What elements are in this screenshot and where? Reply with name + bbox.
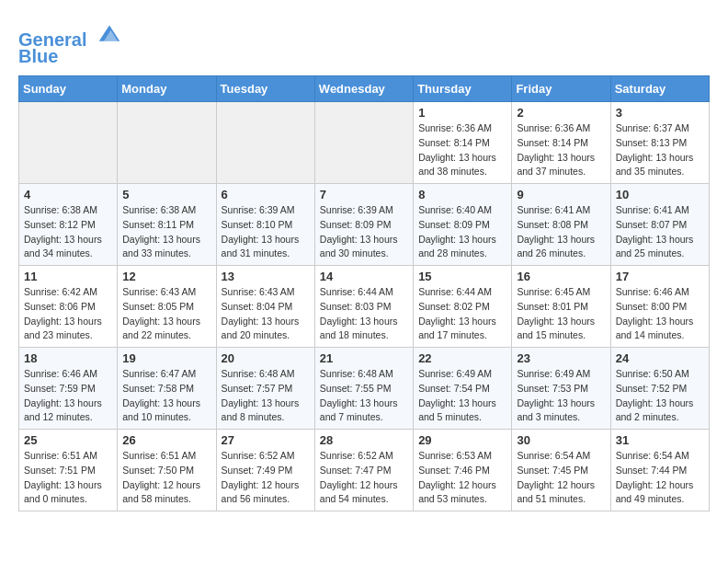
day-info: Sunrise: 6:51 AM Sunset: 7:51 PM Dayligh… (24, 449, 112, 507)
day-info: Sunrise: 6:38 AM Sunset: 8:12 PM Dayligh… (24, 203, 112, 261)
logo: General Blue (18, 18, 123, 66)
day-number: 27 (222, 433, 310, 447)
calendar-cell: 24Sunrise: 6:50 AM Sunset: 7:52 PM Dayli… (610, 348, 709, 430)
day-info: Sunrise: 6:49 AM Sunset: 7:54 PM Dayligh… (418, 367, 506, 425)
calendar-cell: 25Sunrise: 6:51 AM Sunset: 7:51 PM Dayli… (19, 430, 118, 511)
day-number: 5 (122, 188, 210, 201)
calendar-cell: 29Sunrise: 6:53 AM Sunset: 7:46 PM Dayli… (414, 430, 512, 511)
calendar-cell: 8Sunrise: 6:40 AM Sunset: 8:09 PM Daylig… (414, 184, 512, 266)
calendar-cell: 10Sunrise: 6:41 AM Sunset: 8:07 PM Dayli… (610, 184, 709, 266)
header: General Blue (18, 18, 710, 66)
calendar-cell (216, 102, 314, 184)
day-number: 26 (122, 433, 210, 447)
calendar-week-2: 11Sunrise: 6:42 AM Sunset: 8:06 PM Dayli… (19, 266, 710, 348)
calendar-cell: 6Sunrise: 6:39 AM Sunset: 8:10 PM Daylig… (216, 184, 314, 266)
day-number: 24 (616, 351, 704, 365)
day-info: Sunrise: 6:53 AM Sunset: 7:46 PM Dayligh… (418, 449, 506, 507)
day-info: Sunrise: 6:48 AM Sunset: 7:55 PM Dayligh… (320, 367, 408, 425)
day-number: 31 (616, 433, 704, 447)
day-number: 3 (616, 106, 704, 120)
calendar-cell: 14Sunrise: 6:44 AM Sunset: 8:03 PM Dayli… (314, 266, 413, 348)
day-info: Sunrise: 6:46 AM Sunset: 7:59 PM Dayligh… (24, 367, 112, 425)
day-info: Sunrise: 6:44 AM Sunset: 8:03 PM Dayligh… (320, 285, 408, 343)
calendar-cell (118, 102, 216, 184)
calendar-cell: 22Sunrise: 6:49 AM Sunset: 7:54 PM Dayli… (414, 348, 512, 430)
day-info: Sunrise: 6:38 AM Sunset: 8:11 PM Dayligh… (122, 203, 210, 261)
calendar-week-4: 25Sunrise: 6:51 AM Sunset: 7:51 PM Dayli… (19, 430, 710, 511)
calendar-cell: 4Sunrise: 6:38 AM Sunset: 8:12 PM Daylig… (19, 184, 118, 266)
day-number: 14 (320, 270, 408, 283)
calendar-cell: 21Sunrise: 6:48 AM Sunset: 7:55 PM Dayli… (314, 348, 413, 430)
day-number: 2 (517, 106, 605, 120)
day-number: 21 (320, 351, 408, 365)
day-number: 22 (418, 351, 506, 365)
day-info: Sunrise: 6:43 AM Sunset: 8:04 PM Dayligh… (222, 285, 310, 343)
calendar-cell: 28Sunrise: 6:52 AM Sunset: 7:47 PM Dayli… (314, 430, 413, 511)
calendar-cell: 19Sunrise: 6:47 AM Sunset: 7:58 PM Dayli… (118, 348, 216, 430)
calendar-cell (314, 102, 413, 184)
day-number: 4 (24, 188, 112, 201)
day-number: 17 (616, 270, 704, 283)
day-number: 12 (122, 270, 210, 283)
calendar-cell: 18Sunrise: 6:46 AM Sunset: 7:59 PM Dayli… (19, 348, 118, 430)
calendar-cell: 5Sunrise: 6:38 AM Sunset: 8:11 PM Daylig… (118, 184, 216, 266)
day-number: 15 (418, 270, 506, 283)
calendar-cell: 13Sunrise: 6:43 AM Sunset: 8:04 PM Dayli… (216, 266, 314, 348)
day-header-monday: Monday (118, 76, 216, 102)
day-info: Sunrise: 6:39 AM Sunset: 8:09 PM Dayligh… (320, 203, 408, 261)
calendar-cell: 15Sunrise: 6:44 AM Sunset: 8:02 PM Dayli… (414, 266, 512, 348)
day-info: Sunrise: 6:50 AM Sunset: 7:52 PM Dayligh… (616, 367, 704, 425)
day-number: 1 (418, 106, 506, 120)
day-number: 19 (122, 351, 210, 365)
calendar-week-3: 18Sunrise: 6:46 AM Sunset: 7:59 PM Dayli… (19, 348, 710, 430)
day-header-sunday: Sunday (19, 76, 118, 102)
calendar-week-0: 1Sunrise: 6:36 AM Sunset: 8:14 PM Daylig… (19, 102, 710, 184)
calendar-cell: 27Sunrise: 6:52 AM Sunset: 7:49 PM Dayli… (216, 430, 314, 511)
calendar-cell: 1Sunrise: 6:36 AM Sunset: 8:14 PM Daylig… (414, 102, 512, 184)
day-info: Sunrise: 6:37 AM Sunset: 8:13 PM Dayligh… (616, 121, 704, 179)
day-info: Sunrise: 6:44 AM Sunset: 8:02 PM Dayligh… (418, 285, 506, 343)
day-number: 10 (616, 188, 704, 201)
calendar-cell: 12Sunrise: 6:43 AM Sunset: 8:05 PM Dayli… (118, 266, 216, 348)
day-info: Sunrise: 6:52 AM Sunset: 7:47 PM Dayligh… (320, 449, 408, 507)
day-number: 20 (222, 351, 310, 365)
calendar-cell: 31Sunrise: 6:54 AM Sunset: 7:44 PM Dayli… (610, 430, 709, 511)
day-info: Sunrise: 6:54 AM Sunset: 7:44 PM Dayligh… (616, 449, 704, 507)
day-header-wednesday: Wednesday (314, 76, 413, 102)
calendar-cell: 11Sunrise: 6:42 AM Sunset: 8:06 PM Dayli… (19, 266, 118, 348)
calendar-cell: 3Sunrise: 6:37 AM Sunset: 8:13 PM Daylig… (610, 102, 709, 184)
day-info: Sunrise: 6:36 AM Sunset: 8:14 PM Dayligh… (517, 121, 605, 179)
calendar-table: SundayMondayTuesdayWednesdayThursdayFrid… (18, 75, 710, 511)
calendar-cell: 23Sunrise: 6:49 AM Sunset: 7:53 PM Dayli… (512, 348, 610, 430)
day-number: 11 (24, 270, 112, 283)
day-header-saturday: Saturday (610, 76, 709, 102)
calendar-cell: 20Sunrise: 6:48 AM Sunset: 7:57 PM Dayli… (216, 348, 314, 430)
calendar-cell: 9Sunrise: 6:41 AM Sunset: 8:08 PM Daylig… (512, 184, 610, 266)
day-number: 16 (517, 270, 605, 283)
logo-icon (96, 18, 123, 46)
day-info: Sunrise: 6:36 AM Sunset: 8:14 PM Dayligh… (418, 121, 506, 179)
day-info: Sunrise: 6:41 AM Sunset: 8:08 PM Dayligh… (517, 203, 605, 261)
calendar-cell: 2Sunrise: 6:36 AM Sunset: 8:14 PM Daylig… (512, 102, 610, 184)
day-header-thursday: Thursday (414, 76, 512, 102)
day-info: Sunrise: 6:39 AM Sunset: 8:10 PM Dayligh… (222, 203, 310, 261)
day-number: 23 (517, 351, 605, 365)
calendar-week-1: 4Sunrise: 6:38 AM Sunset: 8:12 PM Daylig… (19, 184, 710, 266)
day-number: 28 (320, 433, 408, 447)
day-number: 30 (517, 433, 605, 447)
day-number: 6 (222, 188, 310, 201)
calendar-cell: 17Sunrise: 6:46 AM Sunset: 8:00 PM Dayli… (610, 266, 709, 348)
calendar-cell: 30Sunrise: 6:54 AM Sunset: 7:45 PM Dayli… (512, 430, 610, 511)
day-number: 7 (320, 188, 408, 201)
day-number: 13 (222, 270, 310, 283)
day-info: Sunrise: 6:52 AM Sunset: 7:49 PM Dayligh… (222, 449, 310, 507)
day-info: Sunrise: 6:54 AM Sunset: 7:45 PM Dayligh… (517, 449, 605, 507)
day-info: Sunrise: 6:40 AM Sunset: 8:09 PM Dayligh… (418, 203, 506, 261)
day-number: 8 (418, 188, 506, 201)
calendar-cell: 7Sunrise: 6:39 AM Sunset: 8:09 PM Daylig… (314, 184, 413, 266)
day-number: 25 (24, 433, 112, 447)
day-info: Sunrise: 6:42 AM Sunset: 8:06 PM Dayligh… (24, 285, 112, 343)
day-header-friday: Friday (512, 76, 610, 102)
day-number: 29 (418, 433, 506, 447)
logo-text: General (18, 18, 123, 50)
